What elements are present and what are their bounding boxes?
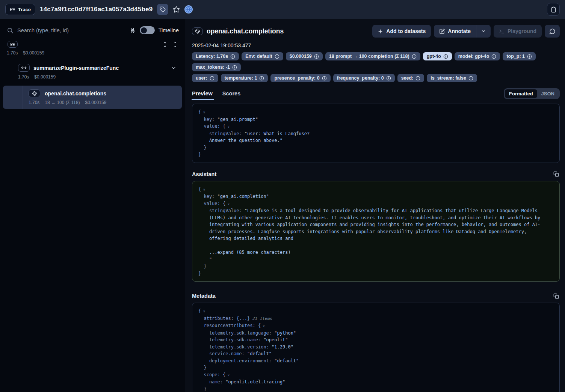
root-metrics: 1.70s $0.000159: [6, 50, 179, 56]
copy-icon: [553, 171, 559, 177]
delete-trace-button[interactable]: [547, 3, 560, 16]
search-icon: [7, 27, 14, 34]
playground-button[interactable]: Playground: [494, 25, 542, 38]
add-to-datasets-button[interactable]: Add to datasets: [372, 25, 431, 38]
generation-tokens: 18 → 100 (Σ 118): [45, 100, 80, 105]
generation-metrics: 1.70s 18 → 100 (Σ 118) $0.000159: [29, 100, 178, 105]
tree-search-row: Timeline: [0, 19, 185, 41]
info-icon[interactable]: [491, 54, 496, 59]
format-option-formatted[interactable]: Formatted: [505, 89, 537, 98]
metadata-code-block[interactable]: { ∨ attributes: {...} 21 Items resourceA…: [192, 303, 560, 392]
metadata-badge: presence_penalty: 0: [270, 74, 330, 82]
playground-label: Playground: [508, 28, 536, 34]
metadata-section-title: Metadata: [192, 293, 216, 299]
annotate-label: Annotate: [448, 28, 471, 34]
format-option-json[interactable]: JSON: [537, 89, 559, 98]
info-icon[interactable]: [259, 76, 264, 81]
copy-metadata-button[interactable]: [553, 293, 559, 299]
message-bubble-icon: [549, 28, 556, 35]
assistant-code-block[interactable]: { ∨ key: "gen_ai.completion" value: { ∨ …: [192, 181, 560, 282]
list-tree-icon: [10, 42, 15, 47]
info-icon[interactable]: [443, 54, 448, 59]
info-icon[interactable]: [322, 76, 327, 81]
metadata-section-header: Metadata: [192, 293, 559, 299]
metadata-badge: Env: default: [242, 52, 283, 60]
metadata-badge: gpt-4o: [423, 52, 452, 60]
page-title: openai.chat.completions: [207, 27, 369, 35]
fan-icon: [195, 29, 200, 34]
metadata-badge: seed:: [397, 74, 425, 82]
tab-scores[interactable]: Scores: [222, 90, 240, 100]
badge-label: is_stream: false: [431, 75, 466, 81]
assistant-section-title: Assistant: [192, 171, 216, 177]
observation-timestamp: 2025-02-04 19:00:53.477: [192, 42, 560, 48]
metadata-badge: user:: [192, 74, 218, 82]
globe-icon: [185, 6, 192, 13]
info-icon[interactable]: [527, 54, 532, 59]
badge-label: model: gpt-4o: [458, 54, 489, 59]
info-icon[interactable]: [468, 76, 473, 81]
search-input[interactable]: [17, 27, 125, 33]
chevron-down-icon[interactable]: [171, 65, 177, 71]
info-icon[interactable]: [230, 54, 235, 59]
badge-label: max_tokens: -1: [196, 65, 230, 70]
collapse-all-button[interactable]: [172, 42, 178, 47]
badge-label: user:: [196, 75, 207, 81]
generation-chip: [192, 27, 203, 35]
tab-preview[interactable]: Preview: [192, 90, 213, 100]
input-code-block[interactable]: { ∨ key: "gen_ai.prompt" value: { ∨ stri…: [192, 104, 560, 163]
copy-assistant-button[interactable]: [553, 171, 559, 177]
view-settings-button[interactable]: [129, 27, 136, 34]
info-icon[interactable]: [386, 76, 391, 81]
timeline-toggle[interactable]: [140, 26, 155, 34]
metadata-badge: top_p: 1: [503, 52, 536, 60]
trace-id: 14c7a9f1cc0d7ff16ac1a057a3d45be9: [40, 6, 153, 13]
info-icon[interactable]: [314, 54, 319, 59]
trace-detail-page: Trace 14c7a9f1cc0d7ff16ac1a057a3d45be9: [0, 0, 565, 392]
timeline-toggle-label: Timeline: [159, 27, 179, 33]
annotate-dropdown-button[interactable]: [476, 25, 491, 38]
tree-item-generation-selected[interactable]: openai.chat.completions 1.70s 18 → 100 (…: [3, 86, 182, 109]
trace-badge-label: Trace: [18, 7, 31, 12]
plus-icon: [378, 29, 383, 34]
info-icon[interactable]: [415, 76, 420, 81]
add-to-datasets-label: Add to datasets: [386, 28, 426, 34]
info-icon[interactable]: [275, 54, 279, 59]
generation-label: openai.chat.completions: [45, 90, 178, 96]
sliders-icon: [129, 27, 136, 34]
badge-row-2: user: temperature: 1: [192, 74, 560, 82]
tag-button[interactable]: [157, 4, 168, 15]
tree-root-row[interactable]: [6, 41, 179, 48]
annotate-split-button: Annotate: [434, 25, 491, 38]
badge-row-1: Latency: 1.70s Env: default: [192, 52, 560, 71]
badge-label: gpt-4o: [427, 54, 441, 59]
tree-item-span[interactable]: summarizePlugin-summarizeFunc 1.70s $0.0…: [6, 64, 179, 80]
generation-latency: 1.70s: [29, 100, 39, 105]
info-icon[interactable]: [210, 76, 215, 81]
badge-label: top_p: 1: [506, 54, 525, 59]
trace-tree-sidebar: Timeline: [0, 19, 185, 392]
badge-label: seed:: [401, 75, 414, 81]
annotate-button[interactable]: Annotate: [434, 25, 476, 38]
badge-label: presence_penalty: 0: [274, 75, 319, 81]
generation-cost: $0.000159: [85, 100, 107, 105]
bookmark-star-button[interactable]: [173, 6, 180, 13]
span-metrics: 1.70s $0.000159: [18, 74, 179, 80]
badge-label: Latency: 1.70s: [196, 54, 228, 59]
info-icon[interactable]: [412, 54, 417, 59]
info-icon[interactable]: [232, 65, 237, 70]
tree-guide-line: [23, 86, 23, 109]
span-latency: 1.70s: [18, 74, 29, 80]
terminal-icon: [499, 29, 505, 34]
span-chip: [18, 64, 30, 72]
fan-icon: [32, 91, 37, 96]
copy-icon: [553, 293, 559, 299]
user-avatar[interactable]: [184, 5, 193, 14]
root-latency: 1.70s: [7, 50, 18, 56]
expand-all-button[interactable]: [162, 42, 168, 47]
metadata-badge: temperature: 1: [221, 74, 268, 82]
header-actions: Add to datasets Annotate: [372, 25, 560, 38]
observation-header: openai.chat.completions Add to datasets: [185, 19, 565, 100]
comments-button[interactable]: [545, 25, 560, 38]
badge-label: $0.000159: [290, 54, 312, 59]
